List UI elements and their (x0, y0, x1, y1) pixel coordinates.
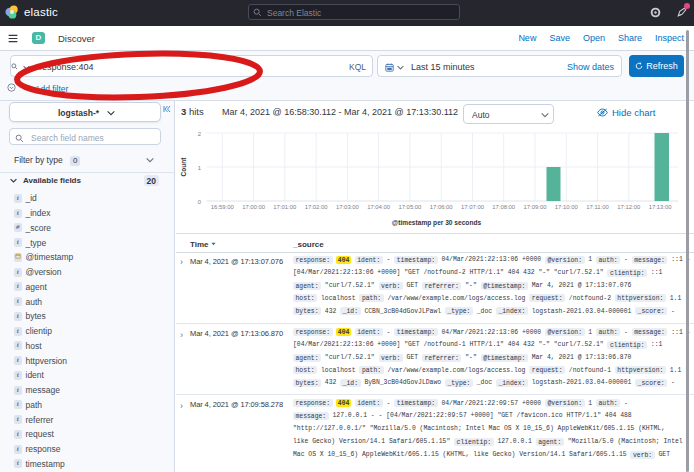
svg-text:17:00:00: 17:00:00 (242, 204, 266, 210)
svg-text:17:05:00: 17:05:00 (398, 204, 422, 210)
svg-text:@timestamp per 30 seconds: @timestamp per 30 seconds (392, 219, 482, 227)
svg-text:17:04:00: 17:04:00 (367, 204, 391, 210)
svg-text:17:07:00: 17:07:00 (461, 204, 485, 210)
svg-text:17:13:00: 17:13:00 (649, 204, 673, 210)
svg-text:17:09:00: 17:09:00 (524, 204, 548, 210)
svg-text:17:08:00: 17:08:00 (492, 204, 516, 210)
svg-text:2: 2 (198, 131, 201, 137)
svg-text:17:03:00: 17:03:00 (336, 204, 360, 210)
svg-text:17:02:00: 17:02:00 (305, 204, 329, 210)
svg-text:0: 0 (198, 199, 202, 205)
svg-text:17:01:00: 17:01:00 (273, 204, 297, 210)
svg-text:17:12:00: 17:12:00 (617, 204, 641, 210)
svg-text:1: 1 (198, 165, 201, 171)
svg-text:16:59:00: 16:59:00 (211, 204, 235, 210)
svg-text:17:11:00: 17:11:00 (586, 204, 609, 210)
svg-text:17:10:00: 17:10:00 (555, 204, 579, 210)
svg-text:Count: Count (180, 157, 187, 177)
svg-text:17:06:00: 17:06:00 (430, 204, 454, 210)
